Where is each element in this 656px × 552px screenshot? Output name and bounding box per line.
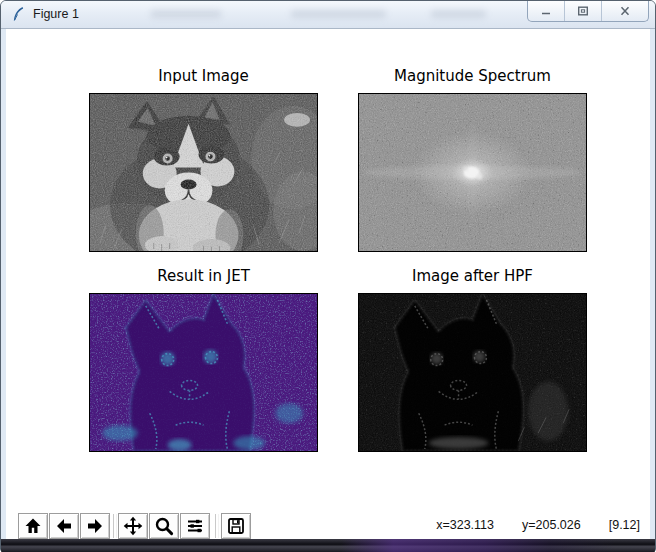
result-jet-panel[interactable] xyxy=(89,293,318,452)
home-icon xyxy=(23,516,43,536)
title-bar[interactable]: Figure 1 xyxy=(1,1,655,29)
maximize-button[interactable] xyxy=(565,1,602,21)
status-x-coordinate: x=323.113 xyxy=(436,518,494,532)
pan-button[interactable] xyxy=(118,513,148,539)
close-icon xyxy=(619,6,631,16)
figure-canvas[interactable]: Input Image Magnitude Spectrum Result in… xyxy=(6,29,650,511)
panel-title-magnitude-spectrum: Magnitude Spectrum xyxy=(358,67,587,85)
configure-subplots-button[interactable] xyxy=(180,513,210,539)
close-button[interactable] xyxy=(602,1,648,21)
magnitude-spectrum-panel[interactable] xyxy=(358,93,587,252)
window-bottom-border xyxy=(1,539,655,552)
titlebar-glass-artifact xyxy=(151,10,221,18)
navigation-toolbar: x=323.113 y=205.026 [9.12] xyxy=(6,511,650,541)
back-arrow-icon xyxy=(54,516,74,536)
zoom-button[interactable] xyxy=(149,513,179,539)
figure-window: Figure 1 Input Image Magnitude Spectrum … xyxy=(0,0,656,552)
window-title: Figure 1 xyxy=(33,7,79,21)
sliders-icon xyxy=(185,516,205,536)
window-controls xyxy=(527,1,649,22)
cursor-status-readout: x=323.113 y=205.026 [9.12] xyxy=(436,511,640,539)
status-pixel-value: [9.12] xyxy=(609,518,640,532)
titlebar-glass-artifact xyxy=(431,10,486,18)
window-bottom-border-tint xyxy=(1,539,655,552)
minimize-icon xyxy=(540,6,552,16)
minimize-button[interactable] xyxy=(528,1,565,21)
panel-title-result-jet: Result in JET xyxy=(89,267,318,285)
home-button[interactable] xyxy=(18,513,48,539)
toolbar-separator xyxy=(215,514,219,538)
pan-arrows-icon xyxy=(123,516,143,536)
forward-arrow-icon xyxy=(85,516,105,536)
save-button[interactable] xyxy=(221,513,251,539)
toolbar-separator xyxy=(113,514,117,538)
status-y-coordinate: y=205.026 xyxy=(522,518,581,532)
zoom-magnifier-icon xyxy=(154,516,174,536)
back-button[interactable] xyxy=(49,513,79,539)
matplotlib-feather-icon xyxy=(10,6,26,22)
titlebar-glass-artifact xyxy=(291,10,386,18)
maximize-icon xyxy=(577,6,589,16)
screenshot-stage: Figure 1 Input Image Magnitude Spectrum … xyxy=(0,0,656,552)
forward-button[interactable] xyxy=(80,513,110,539)
panel-title-image-after-hpf: Image after HPF xyxy=(358,267,587,285)
save-floppy-icon xyxy=(226,516,246,536)
image-after-hpf-panel[interactable] xyxy=(358,293,587,452)
input-image-panel[interactable] xyxy=(89,93,318,252)
panel-title-input-image: Input Image xyxy=(89,67,318,85)
